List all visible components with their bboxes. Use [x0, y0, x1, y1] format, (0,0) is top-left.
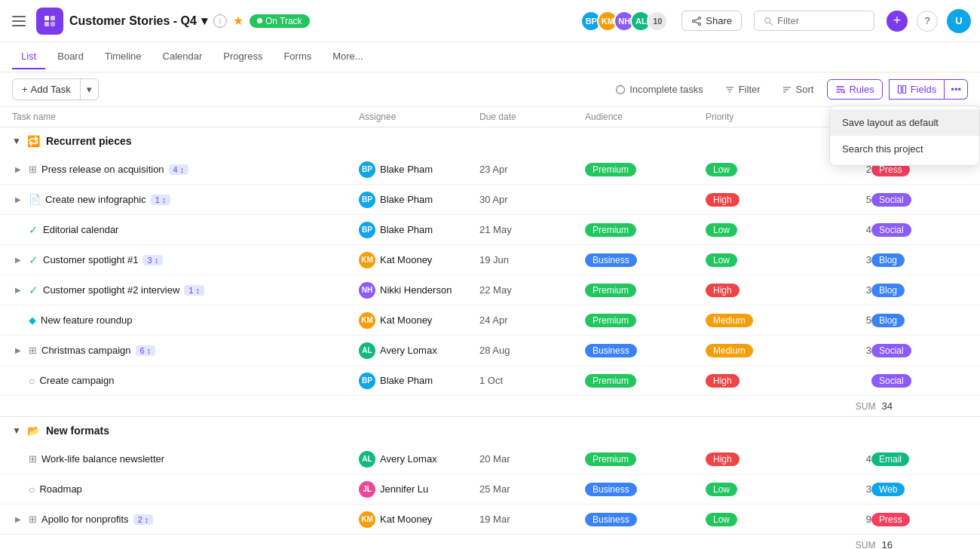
svg-rect-1 [51, 16, 55, 20]
subtask-badge: 1 ↕ [184, 285, 204, 296]
task-name[interactable]: Work-life balance newsletter [41, 453, 164, 465]
sort-button[interactable]: Sort [774, 80, 822, 99]
tab-forms[interactable]: Forms [274, 44, 320, 69]
share-icon [691, 16, 702, 26]
task-cell: ▶ ✓ Editorial calendar [12, 223, 359, 237]
search-box[interactable] [754, 11, 874, 31]
search-icon [764, 16, 773, 26]
tab-progress[interactable]: Progress [214, 44, 271, 69]
assignee-name: Kat Mooney [380, 254, 432, 265]
channel-cell: Social [871, 224, 947, 235]
more-actions-button[interactable]: ••• [945, 79, 968, 100]
expand-arrow[interactable]: ▶ [12, 514, 24, 526]
audience-cell: Premium [585, 284, 706, 297]
audience-cell: Premium [585, 374, 706, 388]
task-name[interactable]: Press release on acquisition [41, 164, 164, 175]
table-row: ▶ ⊞ Apollo for nonprofits 2 ↕ KM Kat Moo… [0, 505, 980, 535]
incomplete-tasks-label: Incomplete tasks [629, 84, 703, 95]
subtask-badge: 6 ↕ [136, 345, 156, 356]
fields-icon [897, 84, 907, 94]
col-task-name: Task name [12, 112, 359, 122]
avatar: AL [359, 451, 375, 468]
task-cell: ▶ 📄 Create new infographic 1 ↕ [12, 194, 359, 206]
search-input[interactable] [777, 15, 865, 26]
hamburger-menu[interactable] [9, 11, 30, 32]
task-type-icon: 📄 [29, 194, 41, 205]
audience-cell: Business [585, 344, 706, 357]
svg-point-11 [617, 85, 625, 94]
priority-cell: Low [706, 513, 811, 526]
task-name[interactable]: Create new infographic [45, 194, 146, 205]
task-name[interactable]: Customer spotlight #1 [43, 254, 138, 265]
table-row: ▶ ✓ Customer spotlight #1 3 ↕ KM Kat Moo… [0, 245, 980, 275]
add-task-button[interactable]: + Add Task ▾ [12, 78, 99, 100]
due-date: 21 May [479, 224, 585, 235]
task-name[interactable]: Apollo for nonprofits [41, 514, 129, 525]
dropdown-item-save-layout[interactable]: Save layout as default [830, 109, 979, 136]
avatar: KM [359, 511, 375, 528]
task-name[interactable]: Create campaign [39, 375, 114, 386]
chevron-down-icon[interactable]: ▾ [201, 14, 207, 28]
tab-calendar[interactable]: Calendar [154, 44, 212, 69]
share-button[interactable]: Share [681, 11, 742, 31]
col-due-date: Due date [479, 112, 585, 122]
app-icon [36, 8, 63, 35]
subtask-badge: 4 ↕ [169, 164, 189, 175]
audience-tag: Premium [585, 223, 636, 237]
num-cell: 9 [811, 514, 871, 525]
filter-button[interactable]: Filter [717, 80, 768, 99]
section-new-formats[interactable]: ▼ 📂 New formats [0, 417, 980, 444]
help-button[interactable]: ? [917, 11, 938, 32]
add-task-label: Add Task [31, 84, 71, 95]
priority-cell: Medium [706, 344, 811, 357]
audience-cell: Business [585, 513, 706, 526]
add-task-main[interactable]: + Add Task [13, 79, 80, 100]
tab-timeline[interactable]: Timeline [96, 44, 151, 69]
task-type-icon: ✓ [29, 253, 38, 267]
add-task-dropdown-arrow[interactable]: ▾ [80, 79, 98, 100]
assignee-name: Blake Pham [380, 224, 433, 235]
tab-list[interactable]: List [12, 44, 45, 69]
task-name[interactable]: Customer spotlight #2 interview [43, 284, 179, 296]
task-name[interactable]: New feature roundup [41, 314, 132, 326]
subtask-badge: 3 ↕ [142, 255, 163, 265]
channel-tag: Blog [871, 253, 905, 267]
task-name[interactable]: Christmas campaign [41, 345, 131, 356]
fields-button[interactable]: Fields [889, 79, 945, 100]
assignee-cell: BP Blake Pham [359, 373, 479, 389]
due-date: 25 Mar [479, 483, 585, 495]
expand-arrow[interactable]: ▶ [12, 284, 24, 296]
audience-tag: Business [585, 253, 637, 267]
avatar-count[interactable]: 10 [647, 11, 668, 32]
expand-arrow[interactable]: ▶ [12, 194, 24, 206]
expand-arrow[interactable]: ▶ [12, 164, 24, 176]
assignee-name: Kat Mooney [380, 314, 432, 326]
num-cell: 3 [811, 254, 871, 265]
user-avatar[interactable]: U [947, 9, 971, 33]
info-icon[interactable]: i [213, 14, 227, 28]
tab-more[interactable]: More... [323, 44, 372, 69]
star-icon[interactable]: ★ [233, 14, 243, 28]
incomplete-tasks-button[interactable]: Incomplete tasks [608, 80, 711, 99]
task-cell: ▶ ⊞ Work-life balance newsletter [12, 453, 359, 465]
sum-row-recurrent: SUM 34 [0, 396, 980, 417]
section-chevron-recurrent[interactable]: ▼ [12, 136, 21, 146]
task-name[interactable]: Editorial calendar [43, 224, 118, 235]
task-cell: ▶ ✓ Customer spotlight #1 3 ↕ [12, 253, 359, 267]
dropdown-item-search-project[interactable]: Search this project [830, 136, 979, 162]
audience-cell: Business [585, 253, 706, 267]
add-button[interactable]: + [887, 11, 908, 32]
expand-arrow[interactable]: ▶ [12, 345, 24, 357]
section-chevron-new-formats[interactable]: ▼ [12, 425, 21, 436]
priority-cell: High [706, 284, 811, 297]
channel-tag: Social [871, 374, 911, 388]
svg-line-10 [770, 23, 772, 25]
expand-arrow[interactable]: ▶ [12, 254, 24, 266]
task-type-icon: ⊞ [29, 453, 37, 465]
tab-board[interactable]: Board [48, 44, 93, 69]
task-name[interactable]: Roadmap [39, 483, 81, 495]
task-type-icon: ◆ [29, 314, 36, 326]
rules-button[interactable]: Rules [827, 79, 882, 100]
svg-rect-0 [44, 16, 49, 20]
assignee-name: Avery Lomax [380, 453, 437, 465]
